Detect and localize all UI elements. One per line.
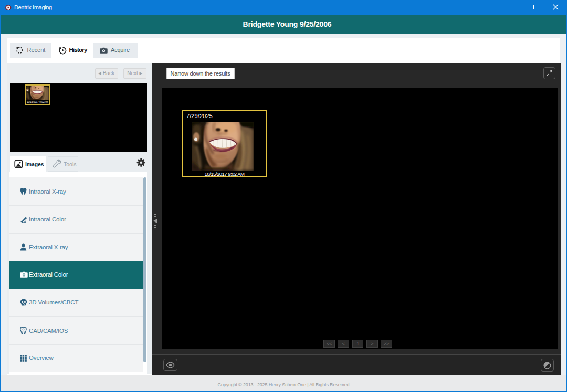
svg-text:10/15/2017 9:02AM: 10/15/2017 9:02AM	[27, 101, 48, 103]
